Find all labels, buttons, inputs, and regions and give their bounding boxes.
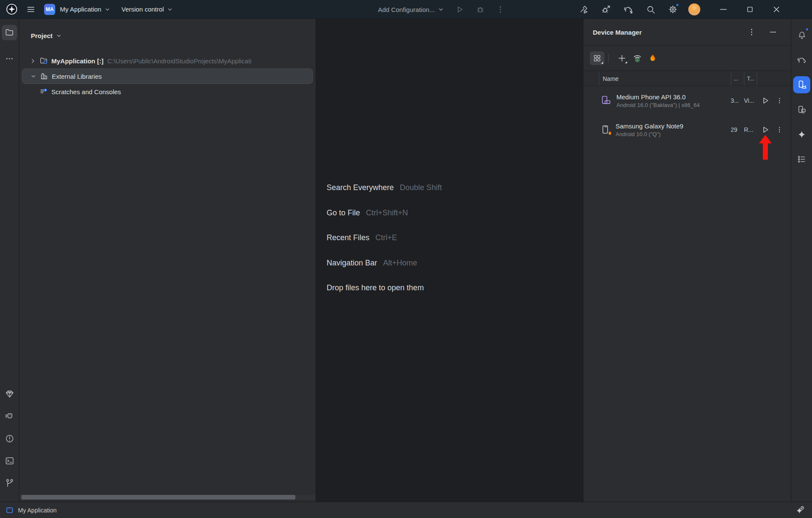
app-quality-insights-gem-icon[interactable]: [2, 386, 17, 402]
git-branch-icon[interactable]: [2, 475, 17, 491]
name-column-header[interactable]: Name: [599, 71, 731, 86]
user-avatar[interactable]: [688, 3, 700, 15]
project-window-icon[interactable]: [6, 506, 14, 514]
shortcut-keys: Ctrl+E: [375, 233, 397, 242]
gradle-tool-icon[interactable]: [793, 51, 810, 68]
status-bar: My Application: [0, 502, 812, 518]
tree-item-label: External Libraries: [52, 73, 102, 80]
status-project-name[interactable]: My Application: [18, 507, 57, 514]
device-type: R...: [744, 126, 757, 133]
selection-column-header: [583, 71, 599, 86]
more-actions-icon[interactable]: [496, 5, 505, 14]
start-device-button[interactable]: [761, 125, 770, 134]
left-tool-rail: [0, 19, 19, 502]
debug-button[interactable]: [476, 5, 485, 14]
more-tool-windows-icon[interactable]: [2, 51, 17, 66]
project-widget[interactable]: MA My Application: [44, 4, 110, 15]
tree-row-external-libraries[interactable]: External Libraries: [22, 68, 313, 84]
panel-options-icon[interactable]: [747, 28, 757, 36]
editor-area: Search Everywhere Double Shift Go to Fil…: [315, 19, 583, 502]
chevron-down-icon: [438, 6, 444, 12]
project-panel-title[interactable]: Project: [31, 32, 53, 39]
chevron-down-icon: [167, 6, 173, 12]
api-column-header[interactable]: ...: [731, 71, 744, 86]
type-column-header[interactable]: T...: [744, 71, 757, 86]
minimize-button[interactable]: [715, 0, 732, 19]
tree-row-myapplication[interactable]: MyApplication [:] C:\Users\Public\Androi…: [19, 53, 315, 68]
chevron-right-icon[interactable]: [30, 58, 36, 64]
dropdown-corner: [625, 61, 627, 63]
horizontal-scrollbar[interactable]: [19, 495, 315, 500]
drop-hint-label: Drop files here to open them: [327, 283, 424, 292]
shortcut-keys: Double Shift: [400, 183, 442, 192]
terminal-icon[interactable]: [2, 453, 17, 468]
titlebar: MA My Application Version control Add Co…: [0, 0, 812, 19]
tree-item-path: C:\Users\Public\AndroidStudioProjects\My…: [107, 57, 252, 65]
device-manager-tool-button[interactable]: [793, 76, 810, 93]
maximize-button[interactable]: [741, 0, 758, 19]
tree-item-label: MyApplication [:]: [51, 57, 104, 65]
android-studio-logo-icon: [6, 3, 18, 15]
structure-list-icon[interactable]: [793, 151, 810, 168]
project-tree: MyApplication [:] C:\Users\Public\Androi…: [19, 53, 315, 99]
start-device-button[interactable]: [761, 96, 770, 105]
shortcut-keys: Ctrl+Shift+N: [366, 208, 408, 217]
settings-gear-icon[interactable]: [668, 4, 678, 15]
shortcut-label: Search Everywhere: [327, 183, 394, 192]
notification-dot: [805, 27, 809, 31]
shortcut-hints: Search Everywhere Double Shift Go to Fil…: [327, 183, 442, 309]
right-tool-rail: [791, 19, 812, 502]
chevron-down-icon[interactable]: [30, 73, 36, 79]
build-run-icon[interactable]: [579, 4, 589, 15]
actions-column-header: [757, 71, 791, 86]
logcat-cat-icon[interactable]: [2, 408, 17, 424]
device-manager-panel: Device Manager: [583, 19, 791, 502]
gradle-sync-icon[interactable]: [623, 4, 634, 15]
vcs-widget-label: Version control: [122, 6, 164, 13]
scrollbar-thumb[interactable]: [21, 495, 295, 500]
device-name: Medium Phone API 36.0: [616, 93, 700, 101]
gemini-disabled-icon[interactable]: [795, 506, 805, 515]
problems-icon[interactable]: [2, 431, 17, 446]
red-arrow-annotation: [759, 135, 772, 160]
device-row-medium-phone[interactable]: Medium Phone API 36.0 Android 16.0 ("Bak…: [583, 86, 791, 115]
attach-debugger-icon[interactable]: [601, 4, 611, 15]
device-details: Android 16.0 ("Baklava") | x86_64: [616, 102, 700, 108]
dropdown-corner: [601, 62, 603, 64]
gemini-sparkle-icon[interactable]: [793, 126, 810, 143]
close-button[interactable]: [768, 0, 785, 19]
shortcut-hint-row: Search Everywhere Double Shift: [327, 183, 442, 208]
device-menu-icon[interactable]: [776, 126, 783, 134]
device-details: Android 10.0 ("Q"): [616, 131, 683, 137]
chevron-down-icon: [56, 33, 62, 39]
physical-device-icon: [601, 125, 611, 135]
device-api-level: 3...: [731, 97, 744, 104]
notifications-bell-icon[interactable]: [793, 27, 810, 44]
device-api-level: 29: [731, 126, 744, 133]
add-device-button[interactable]: [616, 52, 628, 65]
settings-notification-dot: [675, 3, 679, 7]
device-menu-icon[interactable]: [776, 97, 783, 104]
shortcut-label: Navigation Bar: [327, 259, 377, 268]
search-icon[interactable]: [645, 5, 656, 15]
tree-row-scratches[interactable]: Scratches and Consoles: [19, 84, 315, 99]
shortcut-keys: Alt+Home: [383, 259, 417, 268]
run-button[interactable]: [455, 5, 464, 14]
project-folder-icon: [39, 57, 48, 65]
firebase-flame-icon[interactable]: [646, 52, 659, 65]
shortcut-label: Go to File: [327, 208, 360, 217]
chevron-down-icon: [104, 6, 110, 12]
project-widget-label: My Application: [60, 6, 101, 13]
vcs-widget[interactable]: Version control: [122, 6, 173, 13]
hide-panel-icon[interactable]: [768, 28, 778, 36]
run-configuration-selector[interactable]: Add Configuration...: [378, 6, 444, 13]
shortcut-hint-row: Go to File Ctrl+Shift+N: [327, 208, 442, 234]
hamburger-menu-icon[interactable]: [26, 5, 36, 14]
pair-devices-wifi-icon[interactable]: [631, 52, 644, 65]
grid-view-button[interactable]: [590, 51, 604, 65]
running-devices-tool-icon[interactable]: [793, 101, 810, 118]
device-type: Vi...: [744, 97, 757, 104]
project-tool-button[interactable]: [2, 25, 17, 40]
device-manager-toolbar: [583, 46, 791, 71]
run-configuration-label: Add Configuration...: [378, 6, 435, 13]
